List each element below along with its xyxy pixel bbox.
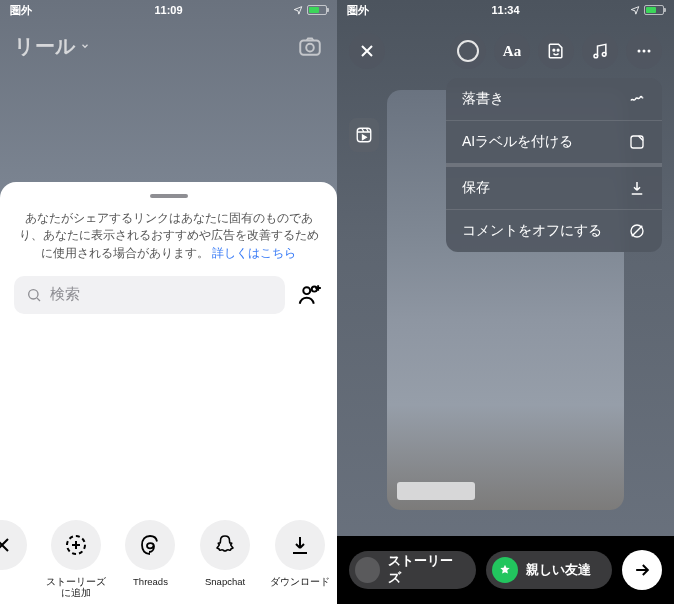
share-label: Threads bbox=[133, 576, 168, 587]
star-icon bbox=[498, 563, 512, 577]
menu-label: 保存 bbox=[462, 179, 490, 197]
reels-icon bbox=[355, 126, 373, 144]
reels-header: リール bbox=[0, 24, 337, 68]
status-bar: 圏外 11:34 bbox=[337, 0, 674, 18]
share-prev[interactable] bbox=[5, 520, 33, 570]
share-bottom-sheet: あなたがシェアするリンクはあなたに固有のものであり、あなたに表示されるおすすめや… bbox=[0, 182, 337, 604]
share-targets-row: ストーリーズ に追加 Threads Snapchat ダウンロード bbox=[0, 512, 337, 604]
close-button[interactable] bbox=[349, 33, 385, 69]
share-label: ストーリーズ に追加 bbox=[46, 576, 106, 599]
more-tool-button[interactable] bbox=[626, 33, 662, 69]
sheet-grabber[interactable] bbox=[150, 194, 188, 198]
svg-point-7 bbox=[553, 49, 555, 51]
label-square-icon bbox=[628, 133, 646, 151]
svg-point-8 bbox=[557, 49, 559, 51]
menu-save[interactable]: 保存 bbox=[446, 167, 662, 210]
battery-icon bbox=[644, 5, 664, 15]
text-aa-icon: Aa bbox=[503, 43, 521, 60]
menu-label: コメントをオフにする bbox=[462, 222, 602, 240]
svg-point-11 bbox=[638, 50, 641, 53]
menu-comments-off[interactable]: コメントをオフにする bbox=[446, 210, 662, 252]
reels-title-dropdown[interactable]: リール bbox=[14, 33, 90, 60]
share-label: Snapchat bbox=[205, 576, 245, 587]
network-status: 圏外 bbox=[10, 3, 32, 18]
send-button[interactable] bbox=[622, 550, 662, 590]
reels-title-label: リール bbox=[14, 33, 76, 60]
download-icon bbox=[288, 533, 312, 557]
download-icon bbox=[628, 179, 646, 197]
add-user-icon[interactable] bbox=[297, 282, 323, 308]
svg-point-12 bbox=[643, 50, 646, 53]
share-to-stories-pill[interactable]: ストーリーズ bbox=[349, 551, 476, 589]
snapchat-icon bbox=[213, 533, 237, 557]
status-time: 11:09 bbox=[0, 4, 337, 16]
search-icon bbox=[26, 287, 42, 303]
svg-point-10 bbox=[602, 53, 606, 57]
share-to-close-friends-pill[interactable]: 親しい友達 bbox=[486, 551, 613, 589]
caption-placeholder[interactable] bbox=[397, 482, 475, 500]
share-sheet-screen: 圏外 11:09 リール あなたがシェアするリンクはあなたに固有のものであり、あ… bbox=[0, 0, 337, 604]
status-time: 11:34 bbox=[337, 4, 674, 16]
share-snapchat[interactable]: Snapchat bbox=[193, 520, 257, 587]
add-story-icon bbox=[64, 533, 88, 557]
music-icon bbox=[590, 41, 610, 61]
battery-icon bbox=[307, 5, 327, 15]
svg-rect-0 bbox=[300, 41, 320, 55]
status-bar: 圏外 11:09 bbox=[0, 0, 337, 18]
share-download[interactable]: ダウンロード bbox=[268, 520, 332, 587]
svg-point-9 bbox=[594, 54, 598, 58]
chevron-down-icon bbox=[80, 41, 90, 51]
camera-icon[interactable] bbox=[297, 33, 323, 59]
search-placeholder: 検索 bbox=[50, 285, 80, 304]
more-icon bbox=[634, 41, 654, 61]
share-disclaimer: あなたがシェアするリンクはあなたに固有のものであり、あなたに表示されるおすすめや… bbox=[14, 210, 323, 276]
menu-label: 落書き bbox=[462, 90, 504, 108]
location-icon bbox=[630, 5, 640, 15]
share-label: ダウンロード bbox=[270, 576, 330, 587]
svg-point-1 bbox=[306, 44, 314, 52]
more-menu: 落書き AIラベルを付ける 保存 コメントをオフにする bbox=[446, 78, 662, 252]
svg-point-2 bbox=[29, 289, 38, 298]
pill-label: ストーリーズ bbox=[388, 553, 462, 587]
search-input[interactable]: 検索 bbox=[14, 276, 285, 314]
svg-point-3 bbox=[303, 287, 310, 294]
menu-ai-label[interactable]: AIラベルを付ける bbox=[446, 121, 662, 167]
text-tool-button[interactable]: Aa bbox=[494, 33, 530, 69]
reels-thumbnail-chip[interactable] bbox=[349, 118, 379, 152]
share-threads[interactable]: Threads bbox=[118, 520, 182, 587]
menu-doodle[interactable]: 落書き bbox=[446, 78, 662, 121]
svg-rect-6 bbox=[357, 128, 371, 142]
sticker-icon bbox=[546, 41, 566, 61]
story-share-bar: ストーリーズ 親しい友達 bbox=[337, 536, 674, 604]
threads-icon bbox=[138, 533, 162, 557]
avatar-placeholder-icon bbox=[355, 557, 380, 583]
menu-label: AIラベルを付ける bbox=[462, 133, 573, 151]
share-add-to-story[interactable]: ストーリーズ に追加 bbox=[44, 520, 108, 599]
svg-point-13 bbox=[648, 50, 651, 53]
sticker-tool-button[interactable] bbox=[538, 33, 574, 69]
network-status: 圏外 bbox=[347, 3, 369, 18]
arrow-right-icon bbox=[632, 560, 652, 580]
close-icon bbox=[357, 41, 377, 61]
comments-off-icon bbox=[628, 222, 646, 240]
color-ring-icon bbox=[457, 40, 479, 62]
location-icon bbox=[293, 5, 303, 15]
squiggle-icon bbox=[628, 90, 646, 108]
status-indicators bbox=[630, 5, 664, 15]
color-tool-button[interactable] bbox=[450, 33, 486, 69]
close-icon bbox=[0, 533, 14, 557]
pill-label: 親しい友達 bbox=[526, 562, 591, 579]
story-editor-screen: 圏外 11:34 Aa 落書 bbox=[337, 0, 674, 604]
music-tool-button[interactable] bbox=[582, 33, 618, 69]
learn-more-link[interactable]: 詳しくはこちら bbox=[212, 247, 296, 259]
status-indicators bbox=[293, 5, 327, 15]
editor-toolbar: Aa bbox=[337, 28, 674, 74]
